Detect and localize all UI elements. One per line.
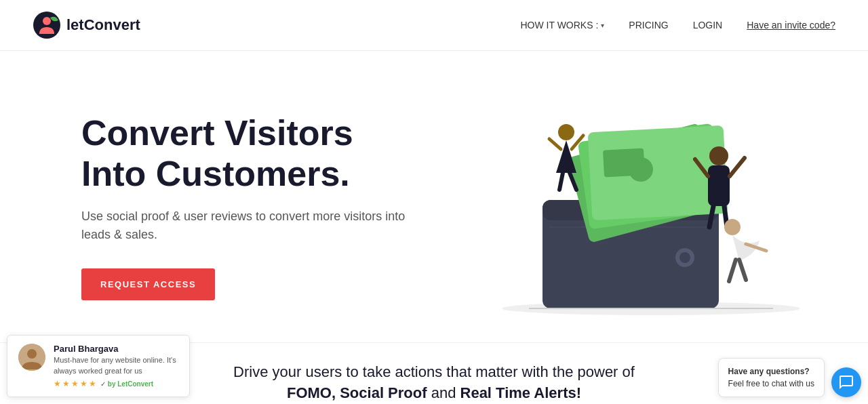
svg-point-6 [679, 252, 690, 263]
chat-bubble: Have any questions? Feel free to chat wi… [718, 358, 825, 397]
request-access-button[interactable]: REQUEST ACCESS [81, 268, 215, 300]
badge-brand: ✓ by LetConvert [100, 380, 153, 388]
star-2: ★ [62, 379, 70, 388]
star-4: ★ [80, 379, 87, 388]
star-1: ★ [54, 379, 61, 388]
star-5: ★ [89, 379, 96, 388]
notification-badge: Parul Bhargava Must-have for any website… [7, 335, 190, 397]
badge-stars: ★ ★ ★ ★ ★ ✓ by LetConvert [54, 379, 178, 388]
nav-item-how-it-works[interactable]: HOW IT WORKS : ▾ [520, 20, 604, 31]
bottom-text-real-time: Real Time Alerts! [460, 384, 582, 401]
avatar-icon [18, 344, 45, 371]
chat-line1: Have any questions? [728, 365, 814, 378]
invite-code-link[interactable]: Have an invite code? [747, 20, 835, 31]
wallet-illustration [488, 92, 814, 322]
svg-point-24 [724, 219, 741, 235]
dropdown-arrow-icon: ▾ [601, 22, 604, 29]
hero-section: Convert Visitors Into Customers. Use soc… [0, 51, 868, 342]
chat-line2: Feel free to chat with us [728, 378, 814, 390]
svg-line-14 [549, 139, 561, 149]
badge-review-text: Must-have for any website online. It's a… [54, 355, 178, 376]
logo-text: letConvert [66, 16, 140, 34]
nav-item-invite-code[interactable]: Have an invite code? [747, 19, 835, 31]
login-link[interactable]: LOGIN [693, 20, 723, 31]
nav-menu: HOW IT WORKS : ▾ PRICING LOGIN Have an i… [520, 19, 835, 31]
hero-title-line1: Convert Visitors [81, 113, 353, 153]
svg-line-21 [730, 158, 745, 176]
svg-line-27 [739, 260, 746, 280]
hero-subtitle: Use social proof & user reviews to conve… [81, 207, 434, 244]
nav-item-pricing[interactable]: PRICING [629, 19, 668, 31]
hero-title-line2: Into Customers. [81, 154, 350, 193]
bottom-text-social-proof: Social Proof [340, 384, 427, 401]
svg-line-26 [729, 260, 736, 281]
svg-point-30 [27, 349, 37, 359]
bottom-text-plain: Drive your users to take actions that ma… [233, 363, 635, 380]
badge-avatar [18, 344, 45, 371]
how-it-works-link[interactable]: HOW IT WORKS : [520, 20, 598, 31]
pricing-link[interactable]: PRICING [629, 20, 668, 31]
chat-icon [838, 374, 854, 390]
badge-user-name: Parul Bhargava [54, 344, 178, 354]
logo-icon [33, 11, 61, 39]
chat-open-button[interactable] [831, 367, 861, 397]
hero-title: Convert Visitors Into Customers. [81, 113, 434, 195]
logo[interactable]: letConvert [33, 11, 140, 39]
svg-rect-19 [708, 165, 730, 206]
star-3: ★ [71, 379, 79, 388]
svg-point-1 [43, 17, 51, 25]
hero-content: Convert Visitors Into Customers. Use soc… [81, 113, 434, 301]
svg-point-18 [709, 146, 728, 165]
hero-illustration [488, 92, 814, 322]
bottom-text-fomo: FOMO, [287, 384, 336, 401]
svg-line-16 [559, 173, 563, 190]
svg-point-13 [558, 124, 574, 140]
chat-widget: Have any questions? Feel free to chat wi… [718, 358, 861, 397]
bottom-text-and: and [431, 384, 456, 401]
badge-content: Parul Bhargava Must-have for any website… [54, 344, 178, 388]
navbar: letConvert HOW IT WORKS : ▾ PRICING LOGI… [0, 0, 868, 51]
nav-item-login[interactable]: LOGIN [693, 19, 723, 31]
